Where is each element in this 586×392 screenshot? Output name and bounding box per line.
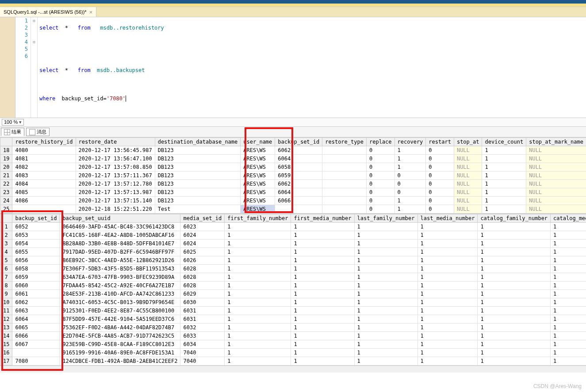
table-cell[interactable]: 1 [478,273,551,282]
row-header[interactable]: 23 [0,188,12,197]
table-cell[interactable]: 6031 [180,315,225,323]
table-cell[interactable]: 1 [354,315,417,323]
table-cell[interactable]: 6023 [180,223,225,231]
table-cell[interactable]: 0 [366,155,394,163]
table-cell[interactable]: 6060 [12,282,60,290]
table-cell[interactable]: 0 [366,205,394,213]
table-cell[interactable]: 1 [225,315,291,323]
table-cell[interactable]: 1 [225,290,291,298]
row-header[interactable]: 6 [0,265,12,273]
table-cell[interactable]: 1 [551,223,586,231]
row-header[interactable]: 8 [0,282,12,290]
table-cell[interactable]: DB123 [155,163,241,171]
table-cell[interactable]: 1 [417,248,478,256]
table-cell[interactable]: 1 [478,298,551,307]
column-header[interactable]: backup_set_id [12,214,60,223]
table-cell[interactable]: 6062 [275,146,322,155]
table-cell[interactable]: 1 [417,240,478,248]
table-cell[interactable]: 1 [482,171,526,180]
table-cell[interactable]: A74031C-6053-4C5C-B013-9B9D79F9654E [60,298,180,307]
table-cell[interactable]: 1 [417,349,478,357]
table-cell[interactable]: ARES\WS [241,171,275,180]
table-cell[interactable]: ARES\WS [241,180,275,188]
table-cell[interactable]: 1 [291,332,354,340]
table-cell[interactable]: 1 [551,332,586,340]
table-cell[interactable]: 6053 [12,231,60,240]
table-cell[interactable]: 1 [417,332,478,340]
table-cell[interactable]: 1 [478,323,551,332]
table-cell[interactable]: 1 [291,315,354,323]
row-header[interactable]: 24 [0,197,12,205]
table-cell[interactable]: 1 [482,146,526,155]
table-cell[interactable]: 9165199-9916-40A6-89E0-AC8FFDE153A1 [60,349,180,357]
table-cell[interactable]: 1 [417,256,478,265]
table-cell[interactable]: NULL [526,180,586,188]
table-cell[interactable]: 1 [417,265,478,273]
tab-results[interactable]: 结果 [1,128,24,136]
column-header[interactable]: user_name [241,138,275,146]
table-cell[interactable]: 4081 [12,155,76,163]
table-cell[interactable]: 6030 [180,298,225,307]
table-cell[interactable] [322,171,367,180]
column-header[interactable]: stop_at [454,138,482,146]
table-cell[interactable]: NULL [454,146,482,155]
column-header[interactable]: catalog_family_number [478,214,551,223]
table-cell[interactable]: 6066 [275,197,322,205]
table-cell[interactable]: 1 [291,290,354,298]
table-cell[interactable]: 1 [225,265,291,273]
table-cell[interactable]: 1 [551,231,586,240]
column-header[interactable]: destination_database_name [155,138,241,146]
table-cell[interactable]: 0 [394,188,426,197]
row-header[interactable]: 3 [0,240,12,248]
column-header[interactable]: restore_date [76,138,155,146]
table-cell[interactable]: 1 [225,307,291,315]
row-header[interactable]: 16 [0,349,12,357]
table-cell[interactable]: ARES\WS [241,188,275,197]
table-cell[interactable]: 1 [291,240,354,248]
table-cell[interactable]: ARES\WS [241,163,275,171]
table-cell[interactable]: 0 [394,171,426,180]
table-cell[interactable]: 1 [482,188,526,197]
table-cell[interactable]: 6054 [12,240,60,248]
table-cell[interactable]: 1 [291,349,354,357]
row-header[interactable]: 11 [0,307,12,315]
column-header[interactable]: last_media_number [417,214,478,223]
row-header[interactable]: 4 [0,248,12,256]
table-cell[interactable]: 1 [478,240,551,248]
table-cell[interactable]: DB123 [155,197,241,205]
table-cell[interactable]: 1 [225,282,291,290]
table-cell[interactable]: 4084 [12,180,76,188]
table-cell[interactable]: 1 [394,155,426,163]
table-cell[interactable]: 1 [478,223,551,231]
table-cell[interactable]: 0 [426,188,454,197]
table-cell[interactable]: NULL [526,197,586,205]
table-cell[interactable]: 6034 [180,340,225,349]
table-cell[interactable]: 6059 [275,171,322,180]
table-cell[interactable]: 6066 [12,332,60,340]
row-header[interactable]: 7 [0,273,12,282]
table-cell[interactable]: 1 [482,155,526,163]
table-cell[interactable]: 6065 [12,323,60,332]
table-cell[interactable]: 1 [394,205,426,213]
table-cell[interactable]: 2020-12-17 13:57:11.367 [76,171,155,180]
table-cell[interactable]: 0 [426,163,454,171]
table-cell[interactable]: 1 [354,340,417,349]
table-cell[interactable]: 1 [417,290,478,298]
table-cell[interactable]: 1 [354,357,417,365]
table-cell[interactable]: 7040 [180,349,225,357]
table-cell[interactable]: 1 [478,357,551,365]
table-cell[interactable]: 1 [417,323,478,332]
table-cell[interactable]: 8B28A8D-33B0-4E8B-848D-5DFFB41014E7 [60,240,180,248]
table-cell[interactable]: 6064 [275,155,322,163]
table-cell[interactable]: 1 [291,231,354,240]
table-cell[interactable]: 6032 [180,323,225,332]
column-header[interactable] [0,214,12,223]
table-cell[interactable]: 1 [354,332,417,340]
table-cell[interactable]: 6067 [12,340,60,349]
table-cell[interactable]: 1 [482,163,526,171]
row-header[interactable]: 10 [0,298,12,307]
table-cell[interactable] [322,197,367,205]
table-cell[interactable]: 7080 [12,357,60,365]
document-tab[interactable]: SQLQuery1.sql -...st (ARES\WS (56))* × [0,7,96,17]
table-cell[interactable]: 6058 [12,265,60,273]
